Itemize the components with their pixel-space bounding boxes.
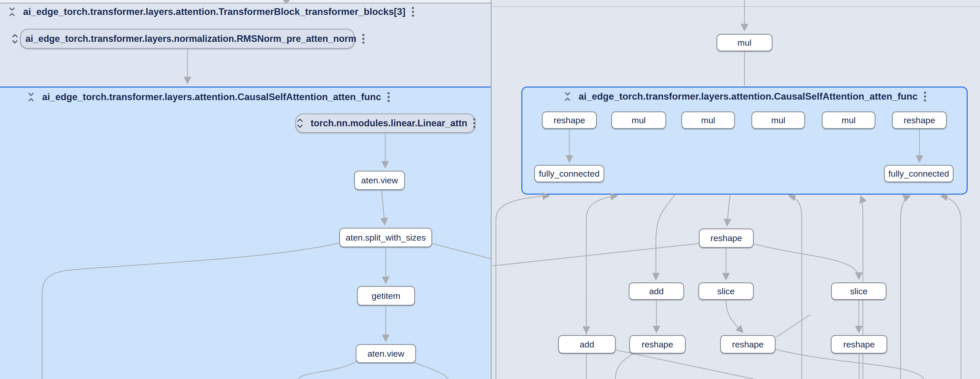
more-vert-icon[interactable] bbox=[473, 117, 476, 129]
more-vert-icon[interactable] bbox=[923, 91, 927, 102]
right-causal-attention-header[interactable]: ai_edge_torch.transformer.layers.attenti… bbox=[521, 90, 968, 103]
left-parent-background bbox=[0, 0, 491, 3]
transformer-block-title: ai_edge_torch.transformer.layers.attenti… bbox=[23, 6, 406, 17]
op-node-mul-1[interactable]: mul bbox=[611, 111, 666, 129]
right-graph-panel[interactable]: mul ai_edge_torch.transformer.layers.att… bbox=[492, 0, 980, 379]
op-node-reshape-in-2[interactable]: reshape bbox=[892, 111, 947, 129]
op-node-reshape-b1[interactable]: reshape bbox=[629, 335, 686, 354]
left-causal-attention-title: ai_edge_torch.transformer.layers.attenti… bbox=[42, 92, 381, 102]
rmsnorm-label: ai_edge_torch.transformer.layers.normali… bbox=[25, 33, 356, 44]
more-vert-icon[interactable] bbox=[411, 6, 415, 18]
unfold-less-icon[interactable] bbox=[26, 92, 37, 102]
left-graph-panel[interactable]: ai_edge_torch.transformer.layers.attenti… bbox=[0, 0, 491, 379]
op-node-add[interactable]: add bbox=[629, 282, 684, 300]
panel-divider[interactable] bbox=[491, 0, 492, 379]
more-vert-icon[interactable] bbox=[361, 33, 365, 45]
op-node-add-2[interactable]: add bbox=[558, 335, 616, 354]
unfold-less-icon[interactable] bbox=[7, 6, 18, 17]
rmsnorm-collapsed-node[interactable]: ai_edge_torch.transformer.layers.normali… bbox=[20, 29, 355, 49]
left-causal-attention-header[interactable]: ai_edge_torch.transformer.layers.attenti… bbox=[26, 91, 390, 104]
right-causal-attention-title: ai_edge_torch.transformer.layers.attenti… bbox=[579, 91, 918, 102]
unfold-less-icon[interactable] bbox=[562, 91, 573, 102]
op-node-fully-connected-1[interactable]: fully_connected bbox=[534, 165, 604, 182]
linear-collapsed-node[interactable]: torch.nn.modules.linear.Linear_attn bbox=[295, 113, 476, 133]
op-node-aten-split-with-sizes[interactable]: aten.split_with_sizes bbox=[339, 228, 432, 247]
op-node-mul-2[interactable]: mul bbox=[681, 111, 735, 129]
op-node-slice-1[interactable]: slice bbox=[698, 282, 754, 300]
unfold-more-icon[interactable] bbox=[10, 33, 20, 44]
more-vert-icon[interactable] bbox=[387, 91, 390, 103]
op-node-aten-view-1[interactable]: aten.view bbox=[354, 171, 405, 190]
linear-label: torch.nn.modules.linear.Linear_attn bbox=[310, 118, 467, 129]
op-node-reshape-b3[interactable]: reshape bbox=[831, 335, 887, 354]
op-node-mul-top[interactable]: mul bbox=[716, 34, 773, 51]
model-explorer-canvas: ai_edge_torch.transformer.layers.attenti… bbox=[0, 0, 980, 379]
transformer-block-header[interactable]: ai_edge_torch.transformer.layers.attenti… bbox=[7, 5, 415, 19]
op-node-getitem[interactable]: getitem bbox=[357, 286, 415, 306]
op-node-aten-view-2[interactable]: aten.view bbox=[356, 344, 416, 363]
op-node-mul-3[interactable]: mul bbox=[751, 111, 805, 129]
op-node-fully-connected-2[interactable]: fully_connected bbox=[884, 165, 953, 182]
op-node-reshape-in-1[interactable]: reshape bbox=[542, 111, 597, 129]
op-node-slice-2[interactable]: slice bbox=[831, 282, 886, 300]
op-node-reshape-b2[interactable]: reshape bbox=[720, 335, 776, 354]
op-node-reshape-mid[interactable]: reshape bbox=[699, 229, 754, 248]
unfold-more-icon[interactable] bbox=[294, 118, 305, 129]
op-node-mul-4[interactable]: mul bbox=[822, 111, 875, 129]
